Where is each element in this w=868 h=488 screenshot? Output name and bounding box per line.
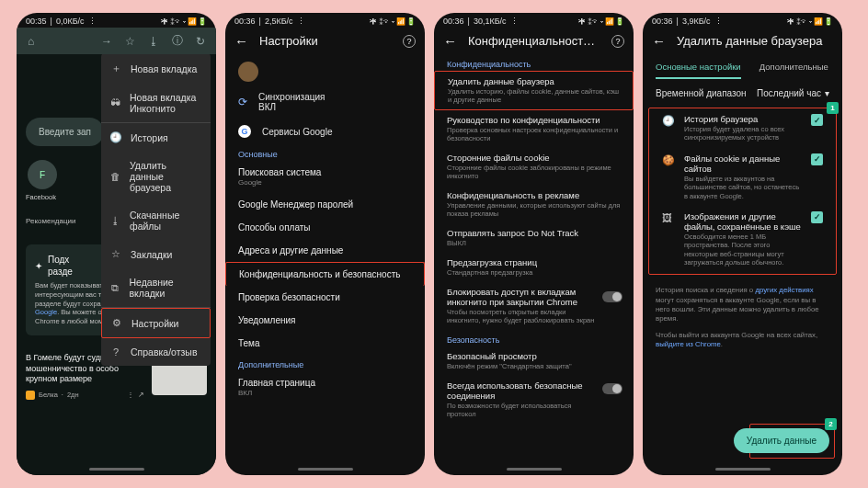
privacy-clear-data[interactable]: Удалить данные браузераУдалить историю, … xyxy=(434,71,634,110)
home-icon[interactable]: ⌂ xyxy=(28,35,34,48)
back-icon[interactable]: ← xyxy=(652,33,666,49)
setting-addresses[interactable]: Адреса и другие данные xyxy=(225,239,425,262)
overflow-menu: ＋Новая вкладка 🕶Новая вкладка Инкогнито … xyxy=(101,53,211,366)
nav-pill xyxy=(715,468,771,471)
status-time: 00:36 xyxy=(652,17,673,26)
back-icon[interactable]: ← xyxy=(443,33,457,49)
status-extra-icon: ⋮ xyxy=(88,17,97,26)
check-cache[interactable]: 🖼 Изображения и другие файлы, сохранённы… xyxy=(649,206,836,273)
settings-header: ← Настройки ? xyxy=(225,28,425,54)
setting-safety-check[interactable]: Проверка безопасности xyxy=(225,286,425,309)
other-activity-link[interactable]: других действиях xyxy=(755,286,813,294)
tab-basic[interactable]: Основные настройки xyxy=(656,56,741,79)
privacy-header: ← Конфиденциальность и безопас… ? xyxy=(434,28,634,54)
trash-icon: 🗑 xyxy=(110,171,120,182)
profile-row[interactable] xyxy=(225,54,425,85)
star-icon[interactable]: ☆ xyxy=(125,35,135,48)
menu-downloads[interactable]: ⭳Скачанные файлы xyxy=(101,201,211,240)
privacy-guide[interactable]: Руководство по конфиденциальностиПроверк… xyxy=(434,110,634,148)
status-indicators: ✱ ⁑ ᯤ ▿ 📶 🔋 xyxy=(370,17,416,26)
status-net: 30,1КБ/с xyxy=(474,17,507,26)
setting-payment[interactable]: Способы оплаты xyxy=(225,216,425,239)
status-indicators: ✱ ⁑ ᯤ ▿ 📶 🔋 xyxy=(578,17,624,26)
security-safe-browsing[interactable]: Безопасный просмотрВключён режим "Станда… xyxy=(434,346,634,376)
refresh-icon[interactable]: ↻ xyxy=(196,35,205,48)
checkbox-checked[interactable]: ✓ xyxy=(811,211,823,223)
setting-homepage[interactable]: Главная страницаВКЛ xyxy=(225,371,425,403)
privacy-cookies[interactable]: Сторонние файлы cookieСторонние файлы co… xyxy=(434,148,634,186)
search-input[interactable]: Введите зап xyxy=(26,118,104,146)
section-basic: Основные xyxy=(225,144,425,161)
menu-clear-data[interactable]: 🗑Удалить данные браузера xyxy=(101,152,211,201)
news-source: Белка xyxy=(39,391,58,400)
page-title: Удалить данные браузера xyxy=(677,34,822,48)
checkbox-checked[interactable]: ✓ xyxy=(811,114,823,126)
phone-4-clear-data: 00:36|3,9КБ/с⋮ ✱ ⁑ ᯤ ▿ 📶 🔋 ← Удалить дан… xyxy=(643,13,842,475)
setting-password-manager[interactable]: Google Менеджер паролей xyxy=(225,193,425,216)
toggle-switch[interactable] xyxy=(602,383,622,394)
nav-pill xyxy=(507,468,562,471)
toggle-switch[interactable] xyxy=(602,291,622,302)
callout-badge-2: 2 xyxy=(825,418,837,430)
chevron-down-icon: ▾ xyxy=(825,88,829,98)
privacy-preload[interactable]: Предзагрузка страницСтандартная предзагр… xyxy=(434,253,634,282)
shortcut-tile[interactable]: F xyxy=(28,160,57,189)
cookie-icon: 🍪 xyxy=(662,153,675,166)
privacy-dnt[interactable]: Отправлять запрос Do Not TrackВЫКЛ xyxy=(434,223,634,253)
forward-icon[interactable]: → xyxy=(101,35,112,48)
recommendations-header: Рекомендации xyxy=(26,217,75,225)
status-time: 00:36 xyxy=(234,17,256,26)
signout-chrome-link[interactable]: выйдите из Chrome xyxy=(656,340,721,348)
section-advanced: Дополнительные xyxy=(225,355,425,371)
image-icon: 🖼 xyxy=(662,211,675,223)
sync-row[interactable]: ⟳ СинхронизацияВКЛ xyxy=(225,85,425,119)
phone-2-settings: 00:36|2,5КБ/с⋮ ✱ ⁑ ᯤ ▿ 📶 🔋 ← Настройки ?… xyxy=(225,13,425,475)
google-services-row[interactable]: G Сервисы Google xyxy=(225,119,425,144)
plus-icon: ＋ xyxy=(110,62,121,75)
help-icon[interactable]: ? xyxy=(611,35,624,48)
google-icon: G xyxy=(238,125,251,138)
status-bar: 00:36|30,1КБ/с⋮ ✱ ⁑ ᯤ ▿ 📶 🔋 xyxy=(434,13,634,28)
setting-notifications[interactable]: Уведомления xyxy=(225,309,425,332)
help-icon[interactable]: ? xyxy=(403,35,416,48)
menu-bookmarks[interactable]: ☆Закладки xyxy=(101,240,211,268)
status-bar: 00:35 | 0,0КБ/с ⋮ ✱ ⁑ ᯤ ▿ 📶 🔋 xyxy=(17,13,216,28)
privacy-incognito-lock[interactable]: Блокировать доступ к вкладкам инкогнито … xyxy=(434,282,634,330)
menu-settings[interactable]: ⚙Настройки xyxy=(101,308,211,338)
shortcut-label: Facebook xyxy=(26,193,56,201)
setting-privacy-security[interactable]: Конфиденциальность и безопасность xyxy=(225,262,425,286)
security-https[interactable]: Всегда использовать безопасные соединени… xyxy=(434,376,634,424)
phone-3-privacy: 00:36|30,1КБ/с⋮ ✱ ⁑ ᯤ ▿ 📶 🔋 ← Конфиденци… xyxy=(434,13,634,475)
back-icon[interactable]: ← xyxy=(234,33,248,49)
browser-toolbar: ⌂ → ☆ ⭳ ⓘ ↻ xyxy=(17,28,216,54)
check-history[interactable]: 🕘 История браузераИстория будет удалена … xyxy=(649,108,836,148)
avatar xyxy=(238,62,258,82)
status-indicators: ✱ ⁑ ᯤ ▿ 📶 🔋 xyxy=(787,17,833,26)
checkbox-checked[interactable]: ✓ xyxy=(811,153,823,165)
menu-new-tab[interactable]: ＋Новая вкладка xyxy=(101,53,211,84)
menu-recent-tabs[interactable]: ⧉Недавние вкладки xyxy=(101,268,211,307)
nav-pill xyxy=(298,468,353,471)
tabs-icon: ⧉ xyxy=(110,282,120,294)
time-range-row[interactable]: Временной диапазон Последний час▾ xyxy=(643,79,842,108)
news-age: 2дн xyxy=(67,391,79,400)
status-bar: 00:36|3,9КБ/с⋮ ✱ ⁑ ᯤ ▿ 📶 🔋 xyxy=(643,13,842,28)
status-net: 2,5КБ/с xyxy=(265,17,293,26)
menu-history[interactable]: 🕘История xyxy=(101,123,211,152)
tab-advanced[interactable]: Дополнительные xyxy=(760,56,828,79)
menu-new-incognito[interactable]: 🕶Новая вкладка Инкогнито xyxy=(101,84,211,122)
clear-data-button[interactable]: Удалить данные xyxy=(734,428,829,453)
status-net: 3,9КБ/с xyxy=(682,17,711,26)
download-icon[interactable]: ⭳ xyxy=(148,35,159,48)
privacy-ads[interactable]: Конфиденциальность в рекламеУправление д… xyxy=(434,186,634,223)
info-icon[interactable]: ⓘ xyxy=(172,33,183,49)
setting-search-engine[interactable]: Поисковая системаGoogle xyxy=(225,161,425,193)
callout-badge-1: 1 xyxy=(827,102,839,114)
page-title: Конфиденциальность и безопас… xyxy=(468,34,597,48)
gear-icon: ⚙ xyxy=(111,317,122,329)
setting-theme[interactable]: Тема xyxy=(225,332,425,355)
check-cookies[interactable]: 🍪 Файлы cookie и данные сайтовВы выйдете… xyxy=(649,148,836,206)
star-icon: ☆ xyxy=(110,248,121,260)
note-search-history: История поиска и сведения о других дейст… xyxy=(643,282,842,327)
menu-help[interactable]: ?Справка/отзыв xyxy=(101,338,211,366)
